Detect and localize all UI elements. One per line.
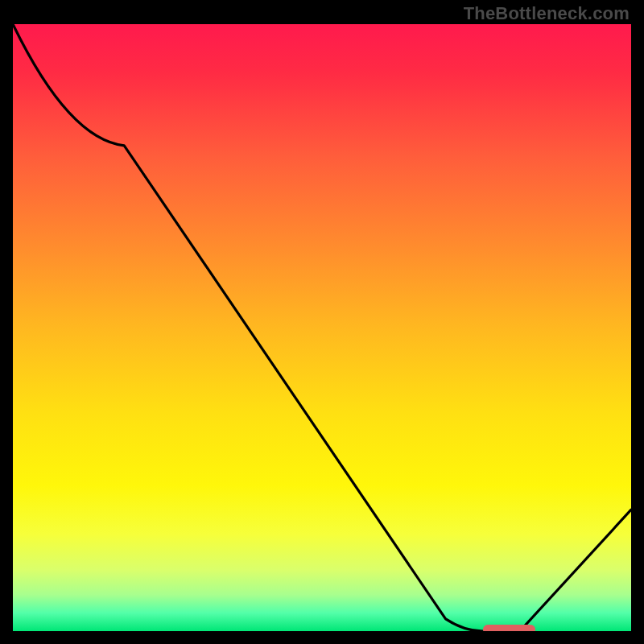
plot-area (13, 24, 631, 631)
optimal-range-marker (483, 625, 535, 631)
chart-container: TheBottleneck.com (0, 0, 644, 644)
watermark-label: TheBottleneck.com (464, 3, 630, 24)
bottleneck-curve (13, 24, 631, 631)
